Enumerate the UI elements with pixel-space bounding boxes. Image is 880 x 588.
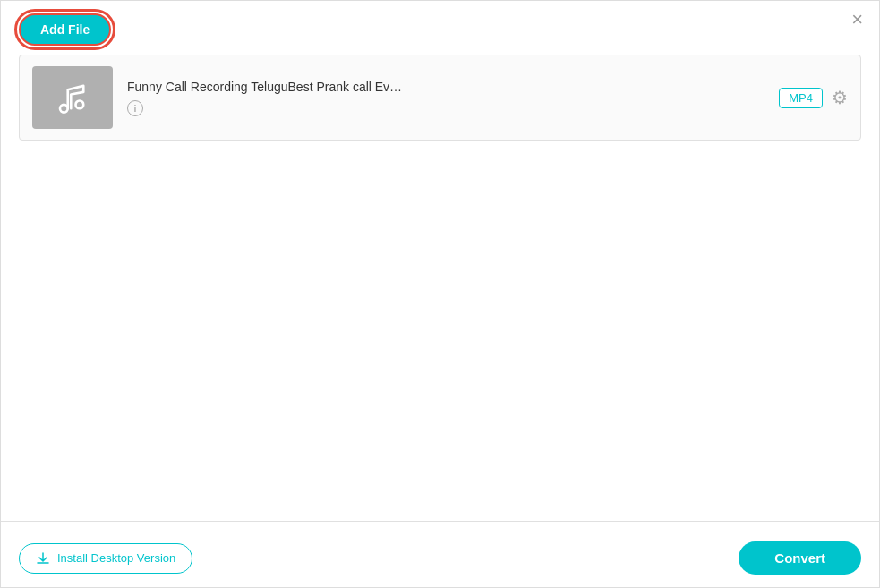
file-name: Funny Call Recording TeluguBest Prank ca… [127,80,765,94]
settings-icon-button[interactable]: ⚙ [832,87,848,108]
install-desktop-button[interactable]: Install Desktop Version [19,543,192,574]
format-badge-button[interactable]: MP4 [779,88,823,108]
svg-point-0 [60,105,68,113]
convert-button[interactable]: Convert [739,541,861,575]
file-thumbnail [32,66,113,129]
content-area [1,141,879,503]
file-info: Funny Call Recording TeluguBest Prank ca… [127,80,765,116]
file-item: Funny Call Recording TeluguBest Prank ca… [20,55,860,140]
svg-point-1 [76,101,84,109]
file-actions: MP4 ⚙ [779,87,848,108]
info-icon[interactable]: i [127,100,143,116]
close-button[interactable]: × [851,10,863,30]
music-icon [54,79,91,116]
install-label: Install Desktop Version [57,551,175,565]
add-file-button[interactable]: Add File [19,13,111,46]
toolbar: Add File [1,1,879,55]
download-icon [36,551,50,566]
action-bar: Install Desktop Version Convert [1,529,879,587]
file-list: Funny Call Recording TeluguBest Prank ca… [19,55,861,141]
